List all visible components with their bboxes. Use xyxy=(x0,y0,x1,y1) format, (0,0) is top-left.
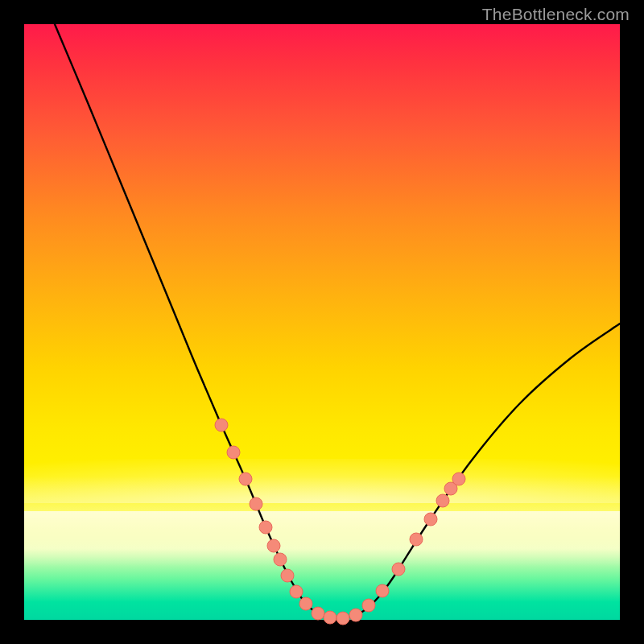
curve-dot xyxy=(376,584,389,597)
curve-dot xyxy=(336,612,349,625)
curve-dot xyxy=(312,607,324,620)
curve-dot xyxy=(349,609,362,621)
curve-dot xyxy=(362,599,375,612)
chart-svg xyxy=(24,24,620,620)
highlighted-dots xyxy=(215,419,465,625)
curve-dot xyxy=(392,563,405,576)
watermark-text: TheBottleneck.com xyxy=(482,5,630,24)
curve-dot xyxy=(259,521,272,534)
curve-dot xyxy=(274,553,287,566)
curve-dot xyxy=(424,513,437,526)
bottleneck-curve xyxy=(55,24,620,618)
curve-dot xyxy=(324,611,336,624)
curve-dot xyxy=(267,539,280,552)
curve-dot xyxy=(250,497,262,510)
curve-dot xyxy=(410,533,423,546)
curve-dot xyxy=(281,569,294,582)
curve-dot xyxy=(436,494,449,507)
curve-dot xyxy=(290,585,303,598)
curve-dot xyxy=(299,597,312,610)
curve-dot xyxy=(227,446,240,459)
curve-dot xyxy=(239,473,252,485)
curve-dot xyxy=(215,419,228,431)
curve-dot xyxy=(452,473,465,485)
